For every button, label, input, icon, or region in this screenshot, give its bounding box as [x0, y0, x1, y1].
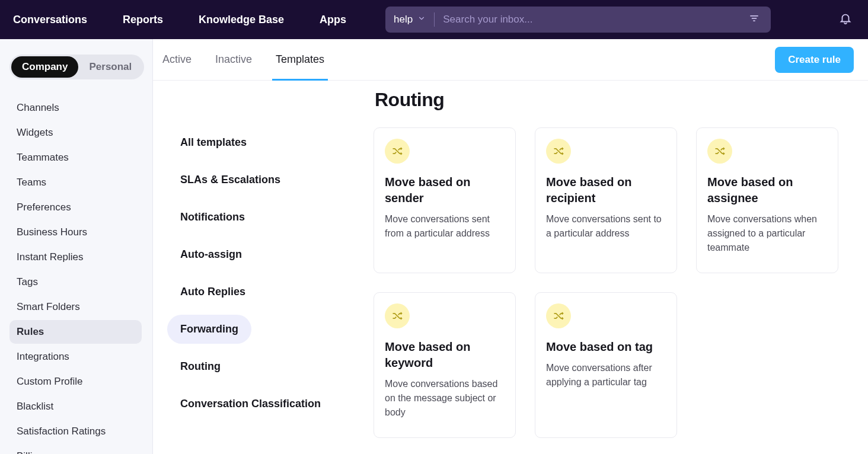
- shuffle-icon: [707, 139, 732, 164]
- card-title: Move based on assignee: [707, 174, 827, 206]
- body: Company Personal Channels Widgets Teamma…: [0, 39, 868, 454]
- sidebar-item-integrations[interactable]: Integrations: [9, 345, 142, 369]
- scope-personal[interactable]: Personal: [78, 56, 142, 78]
- cat-routing[interactable]: Routing: [167, 352, 234, 381]
- cat-all-templates[interactable]: All templates: [167, 128, 260, 157]
- cat-conversation-classification[interactable]: Conversation Classification: [167, 389, 334, 418]
- tab-active[interactable]: Active: [162, 39, 192, 80]
- card-move-based-on-tag[interactable]: Move based on tag Move conversations aft…: [535, 292, 677, 438]
- topnav-apps[interactable]: Apps: [320, 14, 346, 26]
- sidebar-list: Channels Widgets Teammates Teams Prefere…: [9, 96, 142, 454]
- card-move-based-on-sender[interactable]: Move based on sender Move conversations …: [374, 127, 516, 273]
- section-title: Routing: [375, 89, 861, 111]
- sidebar-item-business-hours[interactable]: Business Hours: [9, 220, 142, 244]
- sidebar-item-custom-profile[interactable]: Custom Profile: [9, 370, 142, 394]
- cat-forwarding[interactable]: Forwarding: [167, 315, 251, 344]
- search-scope-select[interactable]: help: [394, 14, 426, 25]
- sidebar-item-tags[interactable]: Tags: [9, 270, 142, 294]
- sidebar-item-smart-folders[interactable]: Smart Folders: [9, 295, 142, 319]
- sidebar-item-instant-replies[interactable]: Instant Replies: [9, 245, 142, 269]
- cat-notifications[interactable]: Notifications: [167, 203, 258, 232]
- shuffle-icon: [546, 139, 571, 164]
- tab-inactive[interactable]: Inactive: [215, 39, 252, 80]
- topnav-knowledge-base[interactable]: Knowledge Base: [199, 14, 284, 26]
- shuffle-icon: [385, 139, 410, 164]
- sidebar: Company Personal Channels Widgets Teamma…: [0, 39, 153, 454]
- templates-panel: Routing Move based on sender Move conver…: [374, 81, 868, 454]
- card-desc: Move conversations based on the message …: [385, 377, 505, 420]
- card-move-based-on-assignee[interactable]: Move based on assignee Move conversation…: [696, 127, 838, 273]
- sidebar-item-teams[interactable]: Teams: [9, 171, 142, 194]
- chevron-down-icon: [417, 14, 426, 25]
- tab-templates[interactable]: Templates: [276, 39, 324, 80]
- topnav: Conversations Reports Knowledge Base App…: [12, 14, 346, 26]
- cat-auto-assign[interactable]: Auto-assign: [167, 240, 255, 269]
- template-categories: All templates SLAs & Escalations Notific…: [153, 81, 374, 454]
- card-desc: Move conversations after applying a part…: [546, 361, 666, 389]
- sidebar-item-satisfaction-ratings[interactable]: Satisfaction Ratings: [9, 420, 142, 443]
- notifications-button[interactable]: [835, 9, 856, 30]
- shuffle-icon: [385, 303, 410, 328]
- bell-icon: [839, 12, 852, 27]
- sidebar-item-blacklist[interactable]: Blacklist: [9, 395, 142, 418]
- filter-icon: [748, 12, 760, 27]
- search-scope-label: help: [394, 14, 413, 25]
- search-bar: help: [385, 7, 771, 33]
- cards: Move based on sender Move conversations …: [374, 127, 861, 438]
- tabs-row: Active Inactive Templates Create rule: [153, 39, 868, 81]
- card-title: Move based on keyword: [385, 339, 505, 371]
- main: Active Inactive Templates Create rule Al…: [153, 39, 868, 454]
- card-move-based-on-keyword[interactable]: Move based on keyword Move conversations…: [374, 292, 516, 438]
- sidebar-item-channels[interactable]: Channels: [9, 96, 142, 120]
- filter-button[interactable]: [746, 11, 762, 28]
- card-desc: Move conversations when assigned to a pa…: [707, 212, 827, 255]
- sidebar-item-teammates[interactable]: Teammates: [9, 146, 142, 170]
- tabs: Active Inactive Templates: [162, 39, 324, 80]
- card-desc: Move conversations sent to a particular …: [546, 212, 666, 241]
- topbar: Conversations Reports Knowledge Base App…: [0, 0, 868, 39]
- card-move-based-on-recipient[interactable]: Move based on recipient Move conversatio…: [535, 127, 677, 273]
- sidebar-item-preferences[interactable]: Preferences: [9, 196, 142, 219]
- sidebar-item-rules[interactable]: Rules: [9, 320, 142, 344]
- topnav-reports[interactable]: Reports: [123, 14, 163, 26]
- search-input[interactable]: [443, 14, 746, 25]
- shuffle-icon: [546, 303, 571, 328]
- card-title: Move based on recipient: [546, 174, 666, 206]
- cat-slas-escalations[interactable]: SLAs & Escalations: [167, 165, 293, 194]
- sidebar-item-billing[interactable]: Billing: [9, 445, 142, 454]
- separator: [434, 12, 435, 27]
- cat-auto-replies[interactable]: Auto Replies: [167, 277, 259, 306]
- create-rule-button[interactable]: Create rule: [775, 47, 854, 73]
- scope-company[interactable]: Company: [11, 56, 78, 78]
- topnav-conversations[interactable]: Conversations: [13, 14, 87, 26]
- sidebar-item-widgets[interactable]: Widgets: [9, 121, 142, 145]
- card-title: Move based on tag: [546, 339, 666, 355]
- content: All templates SLAs & Escalations Notific…: [153, 39, 868, 454]
- card-title: Move based on sender: [385, 174, 505, 206]
- card-desc: Move conversations sent from a particula…: [385, 212, 505, 241]
- scope-toggle: Company Personal: [9, 55, 144, 79]
